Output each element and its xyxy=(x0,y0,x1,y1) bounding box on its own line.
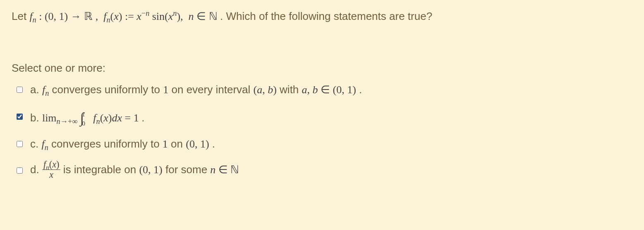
option-a-text3: with xyxy=(280,83,302,96)
option-d-math-pre: fn(x) x xyxy=(42,163,63,175)
question-text: Let fn : (0, 1) → ℝ , fn(x) := x−n sin(x… xyxy=(12,8,632,24)
option-b-text1: . xyxy=(141,111,144,124)
option-b-body: b. limn→+∞ ∫01 fn(x)dx = 1 . xyxy=(30,107,144,127)
option-a-letter: a. xyxy=(30,83,39,96)
option-d-text1: is integrable on xyxy=(63,163,139,175)
option-d-body: d. fn(x) x is integrable on (0, 1) for s… xyxy=(30,161,239,180)
option-a-text4: . xyxy=(359,83,362,96)
checkbox-b[interactable] xyxy=(17,114,23,120)
option-d[interactable]: d. fn(x) x is integrable on (0, 1) for s… xyxy=(17,161,632,180)
option-a-body: a. fn converges uniformly to 1 on every … xyxy=(30,82,362,97)
option-a-math-mid3: a, b ∈ (0, 1) xyxy=(302,84,356,96)
option-d-math-mid2: n ∈ ℕ xyxy=(210,163,239,175)
question-intro: Let xyxy=(12,10,29,22)
question-container: Let fn : (0, 1) → ℝ , fn(x) := x−n sin(x… xyxy=(0,0,644,189)
option-d-text2: for some xyxy=(165,163,210,175)
option-c-math-pre: fn xyxy=(41,138,48,150)
option-c-letter: c. xyxy=(30,138,38,150)
option-c-text2: on xyxy=(171,138,186,150)
option-d-math-mid1: (0, 1) xyxy=(139,163,162,175)
option-b-letter: b. xyxy=(30,111,39,124)
option-c-text1: converges uniformly to xyxy=(51,138,163,150)
question-outro: . Which of the following statements are … xyxy=(220,10,432,22)
option-c-math-mid2: (0, 1) xyxy=(186,138,209,150)
option-b-math-pre: limn→+∞ ∫01 fn(x)dx = 1 xyxy=(42,112,141,124)
option-a-math-mid2: (a, b) xyxy=(254,84,277,96)
options-list: a. fn converges uniformly to 1 on every … xyxy=(12,82,632,180)
option-a[interactable]: a. fn converges uniformly to 1 on every … xyxy=(17,82,632,97)
checkbox-a[interactable] xyxy=(17,87,23,93)
option-a-math-mid1: 1 xyxy=(163,84,168,96)
option-c[interactable]: c. fn converges uniformly to 1 on (0, 1)… xyxy=(17,136,632,152)
option-d-letter: d. xyxy=(30,163,39,175)
option-b[interactable]: b. limn→+∞ ∫01 fn(x)dx = 1 . xyxy=(17,107,632,127)
option-a-text1: converges uniformly to xyxy=(52,83,163,96)
option-a-math-pre: fn xyxy=(42,84,49,96)
option-c-body: c. fn converges uniformly to 1 on (0, 1)… xyxy=(30,136,215,152)
select-prompt: Select one or more: xyxy=(12,62,632,75)
option-a-text2: on every interval xyxy=(172,83,254,96)
checkbox-d[interactable] xyxy=(17,167,23,174)
option-c-text3: . xyxy=(212,138,215,150)
option-c-math-mid1: 1 xyxy=(163,138,168,150)
checkbox-c[interactable] xyxy=(17,141,23,147)
question-math: fn : (0, 1) → ℝ , fn(x) := x−n sin(xn), … xyxy=(29,10,220,22)
